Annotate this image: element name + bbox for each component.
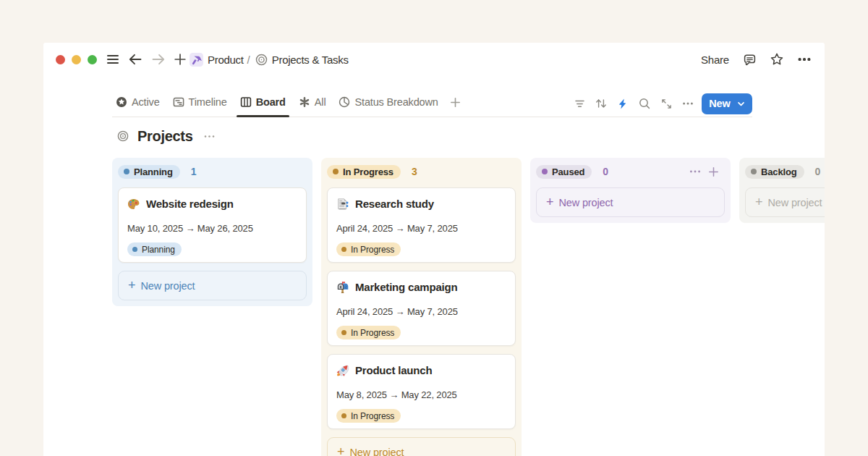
project-card[interactable]: Website redesignMay 10, 2025 → May 26, 2… — [118, 187, 307, 263]
sort-icon[interactable] — [595, 98, 607, 109]
column-status-pill[interactable]: Planning — [118, 165, 180, 179]
new-project-label: New project — [768, 197, 822, 208]
tab-label: Active — [132, 96, 160, 108]
filter-icon[interactable] — [574, 98, 585, 109]
new-project-label: New project — [559, 197, 613, 208]
more-options-icon[interactable] — [797, 52, 812, 67]
title-more-icon[interactable] — [203, 130, 216, 143]
target-title-icon — [117, 130, 129, 142]
card-title-row: Product launch — [336, 364, 506, 376]
card-date-range: May 10, 2025 → May 26, 2025 — [127, 224, 297, 233]
project-card[interactable]: Product launchMay 8, 2025 → May 22, 2025… — [327, 354, 516, 429]
card-date-range: April 24, 2025 → May 7, 2025 — [336, 307, 506, 316]
view-actions: New — [563, 93, 752, 114]
column-count: 0 — [603, 166, 608, 177]
column-label: Paused — [552, 166, 584, 177]
bookmark-tabs-emoji — [336, 198, 349, 210]
new-button[interactable]: New — [702, 93, 752, 114]
back-arrow-icon[interactable] — [128, 52, 143, 67]
plus-icon: + — [546, 195, 554, 208]
traffic-light-close[interactable] — [56, 55, 65, 64]
new-project-button[interactable]: +New project — [536, 187, 725, 217]
card-title-row: Marketing campaign — [336, 281, 506, 293]
status-dot — [132, 247, 137, 252]
new-project-button[interactable]: +New project — [745, 187, 825, 217]
board-column-backlog: Backlog0+New project — [739, 158, 825, 223]
tab-label: Board — [256, 96, 286, 108]
breadcrumb-root[interactable]: Product — [208, 54, 244, 66]
card-status-tag: In Progress — [336, 326, 401, 339]
tab-label: All — [315, 96, 326, 108]
status-dot — [341, 247, 346, 252]
project-card[interactable]: Marketing campaignApril 24, 2025 → May 7… — [327, 271, 516, 346]
new-project-button[interactable]: +New project — [327, 437, 516, 456]
column-header: Paused0 — [536, 164, 725, 179]
star-circle-icon — [116, 96, 127, 108]
tab-active[interactable]: Active — [112, 90, 163, 114]
new-project-button[interactable]: +New project — [118, 271, 307, 300]
card-title: Product launch — [355, 364, 432, 376]
tab-board[interactable]: Board — [237, 90, 289, 114]
column-label: In Progress — [343, 166, 393, 177]
palette-emoji — [127, 198, 140, 210]
sidebar-menu-icon[interactable] — [106, 52, 120, 67]
new-page-icon[interactable] — [174, 53, 187, 66]
views-tab-bar: Active Timeline Board — [112, 90, 752, 117]
search-icon[interactable] — [639, 98, 650, 109]
column-cards: Research studyApril 24, 2025 → May 7, 20… — [327, 187, 516, 429]
board-column-planning: Planning1 Website redesignMay 10, 2025 →… — [112, 158, 312, 306]
view-more-icon[interactable] — [682, 98, 694, 109]
forward-arrow-icon[interactable] — [150, 52, 166, 67]
tab-status-breakdown[interactable]: Status Breakdown — [335, 90, 441, 114]
column-add-icon[interactable] — [708, 166, 719, 177]
automations-lightning-icon[interactable] — [617, 98, 629, 109]
card-title: Marketing campaign — [355, 281, 457, 293]
traffic-light-minimize[interactable] — [72, 55, 81, 64]
mailbox-emoji — [336, 281, 349, 293]
board-column-paused: Paused0 +New project — [530, 158, 731, 223]
status-dot — [542, 169, 548, 174]
card-status-tag: In Progress — [336, 409, 401, 423]
product-page-icon[interactable] — [190, 53, 203, 67]
plus-icon: + — [337, 445, 345, 456]
card-title: Research study — [355, 198, 434, 210]
status-dot — [333, 169, 339, 174]
column-header: Planning1 — [118, 164, 307, 179]
favorite-star-icon[interactable] — [770, 52, 784, 67]
column-status-pill[interactable]: Backlog — [745, 165, 804, 179]
breadcrumb-separator: / — [247, 54, 250, 66]
top-toolbar: Product / Projects & Tasks Share — [43, 43, 825, 76]
chevron-down-icon[interactable] — [737, 100, 745, 108]
column-header: Backlog0 — [745, 164, 825, 179]
tab-all[interactable]: All — [295, 90, 330, 114]
add-view-icon[interactable] — [450, 97, 461, 108]
column-cards: Website redesignMay 10, 2025 → May 26, 2… — [118, 187, 307, 263]
column-count: 0 — [815, 166, 821, 177]
column-status-pill[interactable]: In Progress — [327, 165, 401, 179]
asterisk-icon — [299, 96, 310, 108]
expand-icon[interactable] — [660, 98, 672, 109]
tab-label: Timeline — [189, 96, 227, 108]
card-title-row: Website redesign — [127, 198, 297, 210]
card-title-row: Research study — [336, 198, 506, 210]
traffic-light-zoom[interactable] — [88, 55, 97, 64]
page-title-row: Projects — [117, 127, 216, 145]
rocket-emoji — [336, 364, 349, 376]
project-card[interactable]: Research studyApril 24, 2025 → May 7, 20… — [327, 187, 516, 263]
breadcrumb-page[interactable]: Projects & Tasks — [272, 54, 349, 66]
column-actions — [689, 165, 719, 178]
tab-timeline[interactable]: Timeline — [169, 90, 231, 114]
column-more-icon[interactable] — [689, 165, 702, 178]
plus-icon: + — [755, 195, 763, 208]
tag-label: In Progress — [351, 328, 394, 338]
column-header: In Progress3 — [327, 164, 516, 179]
status-dot — [124, 169, 129, 174]
tag-label: In Progress — [351, 411, 394, 421]
comments-icon[interactable] — [743, 53, 757, 67]
card-date-range: May 8, 2025 → May 22, 2025 — [336, 390, 506, 400]
column-status-pill[interactable]: Paused — [536, 165, 592, 179]
new-project-label: New project — [350, 447, 404, 456]
new-project-label: New project — [141, 280, 195, 292]
share-button[interactable]: Share — [701, 54, 729, 66]
card-status-tag: In Progress — [336, 242, 401, 256]
